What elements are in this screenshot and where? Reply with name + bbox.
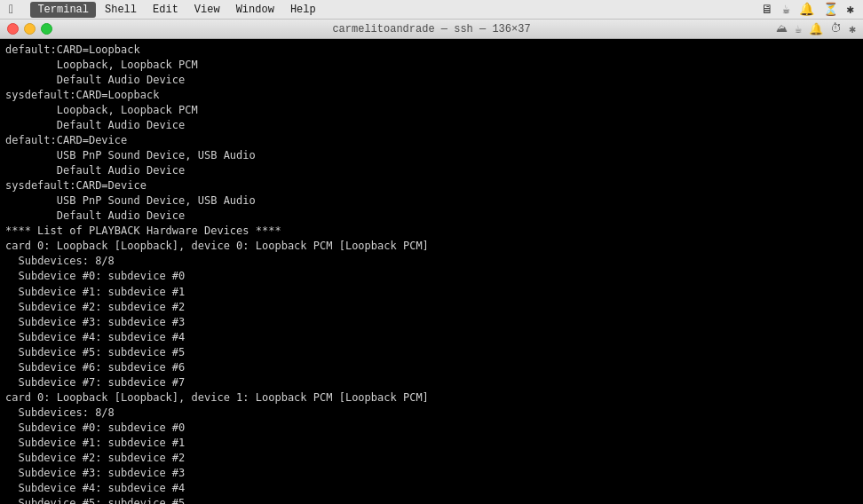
terminal-output: default:CARD=Loopback Loopback, Loopback… [5,43,858,504]
menu-bar-right-icons: 🖥 ☕ 🔔 ⏳ ✱ [761,2,859,17]
toolbar-icon-3: 🔔 [809,22,823,36]
menu-edit[interactable]: Edit [146,2,186,18]
toolbar-icon-2: ☕ [795,22,802,36]
notification-icon: 🔔 [799,2,814,17]
menu-shell[interactable]: Shell [98,2,144,18]
close-button[interactable] [7,23,19,35]
window-controls [7,23,52,35]
menu-bar:  Terminal Shell Edit View Window Help 🖥… [0,0,863,20]
menu-view[interactable]: View [187,2,227,18]
menu-terminal[interactable]: Terminal [30,2,96,18]
airport-icon: 🖥 [761,3,773,17]
coffee-icon: ☕ [782,2,789,17]
toolbar-icon-5: ✱ [849,22,856,36]
window-title-bar: carmelitoandrade — ssh — 136×37 ⛰ ☕ 🔔 ⏱ … [0,20,863,39]
toolbar-icon-4: ⏱ [830,22,842,35]
menu-bar-items:  Terminal Shell Edit View Window Help [4,2,323,18]
title-bar-right: ⛰ ☕ 🔔 ⏱ ✱ [776,22,856,36]
maximize-button[interactable] [41,23,52,35]
terminal-content[interactable]: default:CARD=Loopback Loopback, Loopback… [0,39,863,504]
terminal-window: carmelitoandrade — ssh — 136×37 ⛰ ☕ 🔔 ⏱ … [0,20,863,504]
toolbar-icon-1: ⛰ [776,22,788,35]
minimize-button[interactable] [24,23,36,35]
time-icon: ⏳ [823,2,838,17]
window-title: carmelitoandrade — ssh — 136×37 [332,23,530,35]
menu-help[interactable]: Help [283,2,323,18]
apple-menu[interactable]:  [4,3,21,17]
menu-window[interactable]: Window [229,2,281,18]
bluetooth-icon: ✱ [847,2,854,17]
